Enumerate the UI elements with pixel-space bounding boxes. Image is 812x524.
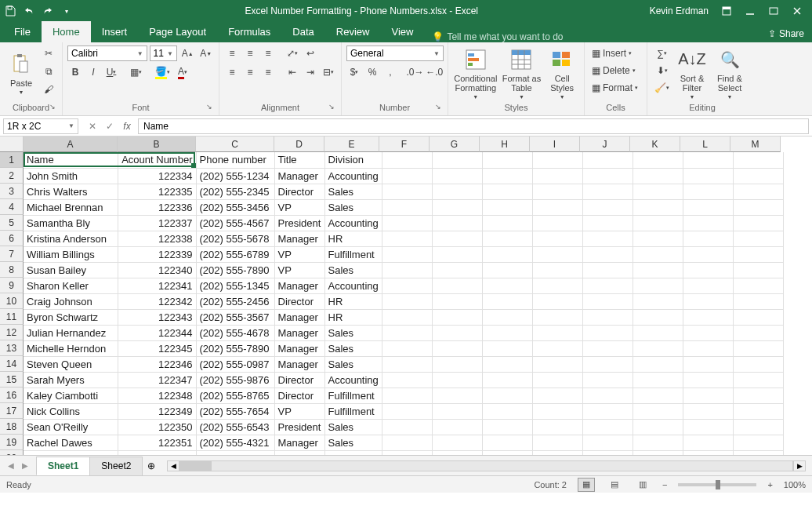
cell-E13[interactable]: Sales xyxy=(324,340,382,356)
dialog-launcher-icon[interactable]: ↘ xyxy=(48,103,57,112)
share-button[interactable]: ⇪ Share xyxy=(760,25,812,42)
cell-M1[interactable] xyxy=(733,152,783,168)
cell-B18[interactable]: 122350 xyxy=(118,419,196,435)
cell-B6[interactable]: 122338 xyxy=(118,231,196,246)
orientation-button[interactable]: ⤢▾ xyxy=(285,45,300,61)
ribbon-options-icon[interactable] xyxy=(715,0,738,22)
cell-M11[interactable] xyxy=(733,309,783,325)
cell-H2[interactable] xyxy=(482,168,532,184)
cell-A16[interactable]: Kaley Ciambotti xyxy=(24,388,118,403)
tab-view[interactable]: View xyxy=(380,21,424,42)
cell-E6[interactable]: HR xyxy=(324,231,382,246)
scroll-right-icon[interactable]: ▶ xyxy=(793,460,806,471)
page-break-view-button[interactable]: ▥ xyxy=(634,478,651,492)
cell-G16[interactable] xyxy=(432,388,482,403)
cell-G15[interactable] xyxy=(432,372,482,388)
cell-A18[interactable]: Sean O'Reilly xyxy=(24,419,118,435)
cell-H11[interactable] xyxy=(482,309,532,325)
row-header-6[interactable]: 6 xyxy=(0,231,24,246)
align-center-button[interactable]: ≡ xyxy=(242,64,258,80)
page-layout-view-button[interactable]: ▤ xyxy=(606,478,623,492)
cell-H20[interactable] xyxy=(482,450,532,455)
cell-M8[interactable] xyxy=(733,262,783,278)
cell-F13[interactable] xyxy=(382,340,432,356)
format-cells-button[interactable]: ▦Format▾ xyxy=(589,80,646,96)
cell-D4[interactable]: VP xyxy=(274,199,324,215)
cell-F10[interactable] xyxy=(382,293,432,309)
cell-G10[interactable] xyxy=(432,293,482,309)
tell-me[interactable]: 💡 Tell me what you want to do xyxy=(424,31,563,42)
cell-A11[interactable]: Byron Schwartz xyxy=(24,309,118,325)
cell-K3[interactable] xyxy=(633,184,683,199)
column-header-L[interactable]: L xyxy=(680,136,730,152)
cell-G14[interactable] xyxy=(432,356,482,372)
cell-E20[interactable] xyxy=(324,450,382,455)
cell-E18[interactable]: Sales xyxy=(324,419,382,435)
conditional-formatting-button[interactable]: Conditional Formatting▼ xyxy=(453,45,498,101)
row-header-14[interactable]: 14 xyxy=(0,356,24,372)
font-size-combo[interactable]: 11▼ xyxy=(150,45,177,61)
cell-D10[interactable]: Director xyxy=(274,293,324,309)
cell-J4[interactable] xyxy=(582,199,633,215)
cell-D14[interactable]: Manager xyxy=(274,356,324,372)
align-top-button[interactable]: ≡ xyxy=(224,45,240,61)
cell-L12[interactable] xyxy=(683,325,733,340)
cut-button[interactable]: ✂ xyxy=(41,45,56,61)
cell-I13[interactable] xyxy=(532,340,582,356)
cell-E19[interactable]: Sales xyxy=(324,435,382,450)
column-header-H[interactable]: H xyxy=(480,136,530,152)
scroll-thumb[interactable] xyxy=(180,461,212,471)
cell-L5[interactable] xyxy=(683,215,733,231)
cell-D13[interactable]: Manager xyxy=(274,340,324,356)
formula-input[interactable]: Name xyxy=(138,118,809,134)
cell-E5[interactable]: Accounting xyxy=(324,215,382,231)
cell-A12[interactable]: Julian Hernandez xyxy=(24,325,118,340)
cell-B5[interactable]: 122337 xyxy=(118,215,196,231)
cell-C18[interactable]: (202) 555-6543 xyxy=(196,419,274,435)
row-header-8[interactable]: 8 xyxy=(0,262,24,278)
enter-formula-button[interactable]: ✓ xyxy=(102,118,118,134)
zoom-slider[interactable] xyxy=(678,483,756,486)
font-color-button[interactable]: A▾ xyxy=(175,64,190,80)
cell-I14[interactable] xyxy=(532,356,582,372)
cell-E1[interactable]: Division xyxy=(324,152,382,168)
cell-K10[interactable] xyxy=(633,293,683,309)
cell-C9[interactable]: (202) 555-1345 xyxy=(196,278,274,293)
zoom-in-button[interactable]: + xyxy=(767,480,772,489)
cell-E10[interactable]: HR xyxy=(324,293,382,309)
cell-F3[interactable] xyxy=(382,184,432,199)
cell-E17[interactable]: Fulfillment xyxy=(324,403,382,419)
cell-L3[interactable] xyxy=(683,184,733,199)
row-header-17[interactable]: 17 xyxy=(0,403,24,419)
cell-F15[interactable] xyxy=(382,372,432,388)
insert-function-button[interactable]: fx xyxy=(119,118,135,134)
cell-I8[interactable] xyxy=(532,262,582,278)
minimize-icon[interactable] xyxy=(738,0,762,22)
cell-C11[interactable]: (202) 555-3567 xyxy=(196,309,274,325)
wrap-text-button[interactable]: ↩ xyxy=(303,45,318,61)
cell-M15[interactable] xyxy=(733,372,783,388)
underline-button[interactable]: U▾ xyxy=(103,64,119,80)
dialog-launcher-icon[interactable]: ↘ xyxy=(433,103,443,112)
cell-M18[interactable] xyxy=(733,419,783,435)
tab-review[interactable]: Review xyxy=(325,21,381,42)
dialog-launcher-icon[interactable]: ↘ xyxy=(205,103,214,112)
cell-H9[interactable] xyxy=(482,278,532,293)
cell-D3[interactable]: Director xyxy=(274,184,324,199)
cell-G17[interactable] xyxy=(432,403,482,419)
cell-F20[interactable] xyxy=(382,450,432,455)
horizontal-scrollbar[interactable]: ◀ ▶ xyxy=(161,460,812,471)
cell-L18[interactable] xyxy=(683,419,733,435)
cell-C20[interactable] xyxy=(196,450,274,455)
cell-B17[interactable]: 122349 xyxy=(118,403,196,419)
cell-M4[interactable] xyxy=(733,199,783,215)
row-header-12[interactable]: 12 xyxy=(0,325,24,340)
cell-L16[interactable] xyxy=(683,388,733,403)
row-header-18[interactable]: 18 xyxy=(0,419,24,435)
cell-A1[interactable]: Name xyxy=(24,152,118,168)
cell-B7[interactable]: 122339 xyxy=(118,246,196,262)
cell-G2[interactable] xyxy=(432,168,482,184)
cell-F2[interactable] xyxy=(382,168,432,184)
cell-M14[interactable] xyxy=(733,356,783,372)
increase-indent-button[interactable]: ⇥ xyxy=(303,64,318,80)
